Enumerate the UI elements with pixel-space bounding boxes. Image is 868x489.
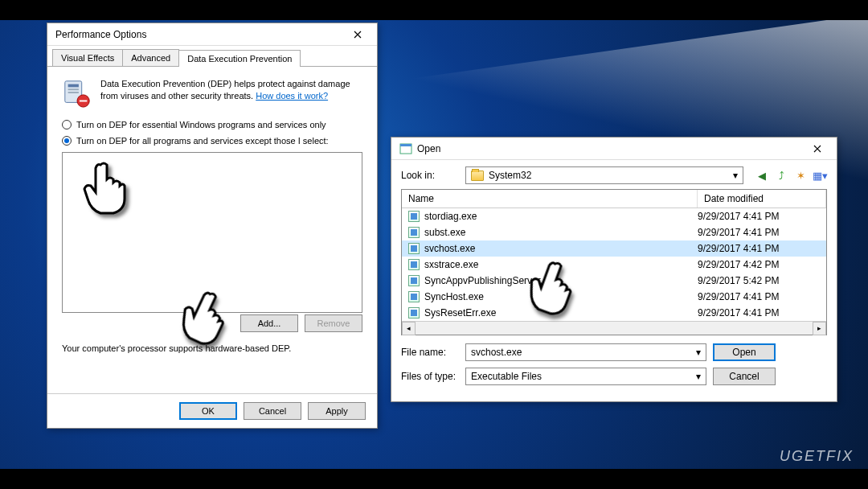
close-button[interactable]: [343, 26, 372, 43]
support-text: Your computer's processor supports hardw…: [62, 343, 362, 353]
svg-rect-1: [68, 84, 79, 88]
app-icon: [399, 142, 412, 155]
file-row[interactable]: svchost.exe9/29/2017 4:41 PM: [402, 240, 826, 257]
file-date: 9/29/2017 5:42 PM: [698, 275, 820, 286]
view-menu-icon[interactable]: ▦▾: [813, 168, 827, 183]
svg-rect-5: [80, 101, 88, 102]
svg-rect-2: [68, 88, 79, 90]
folder-icon: [471, 171, 484, 181]
add-button[interactable]: Add...: [240, 314, 298, 332]
file-name: SysResetErr.exe: [424, 307, 693, 318]
chevron-down-icon: ▾: [733, 170, 738, 181]
chevron-down-icon: ▾: [696, 347, 701, 358]
file-row[interactable]: sxstrace.exe9/29/2017 4:42 PM: [402, 257, 826, 273]
file-name: svchost.exe: [424, 243, 693, 254]
tab-visual-effects[interactable]: Visual Effects: [52, 49, 123, 66]
horizontal-scrollbar[interactable]: ◂ ▸: [402, 321, 826, 335]
filetype-label: Files of type:: [401, 371, 459, 382]
open-dialog: Open Look in: System32 ▾ ◀ ⤴ ✶ ▦▾ Name D…: [391, 137, 837, 402]
tab-dep[interactable]: Data Execution Prevention: [178, 50, 301, 67]
radio-icon: [62, 120, 72, 129]
file-row[interactable]: SyncAppvPublishingServer.exe9/29/2017 5:…: [402, 273, 826, 289]
remove-button: Remove: [305, 314, 362, 332]
exe-icon: [408, 259, 420, 270]
watermark: UGETFIX: [780, 448, 854, 465]
svg-rect-7: [400, 144, 411, 146]
file-date: 9/29/2017 4:41 PM: [698, 227, 820, 238]
back-icon[interactable]: ◀: [755, 168, 769, 183]
tabs: Visual Effects Advanced Data Execution P…: [47, 46, 377, 67]
file-name: SyncAppvPublishingServer.exe: [424, 275, 693, 286]
dep-description: Data Execution Prevention (DEP) helps pr…: [100, 78, 362, 109]
file-row[interactable]: SysResetErr.exe9/29/2017 4:41 PM: [402, 305, 826, 321]
file-name: subst.exe: [424, 227, 693, 238]
chevron-down-icon: ▾: [696, 371, 701, 382]
lookin-value: System32: [489, 170, 531, 181]
radio-all-except[interactable]: Turn on DEP for all programs and service…: [62, 136, 362, 146]
file-date: 9/29/2017 4:42 PM: [698, 259, 820, 270]
svg-rect-3: [68, 92, 79, 93]
window-title: Performance Options: [55, 29, 146, 40]
exe-icon: [408, 227, 420, 238]
scroll-left-icon[interactable]: ◂: [402, 322, 416, 335]
dialog-buttons: OK Cancel Apply: [47, 393, 377, 428]
how-does-it-work-link[interactable]: How does it work?: [256, 91, 328, 101]
exception-listbox[interactable]: [62, 152, 362, 313]
column-name[interactable]: Name: [402, 190, 698, 208]
exe-icon: [408, 243, 420, 254]
apply-button[interactable]: Apply: [308, 402, 366, 420]
performance-options-window: Performance Options Visual Effects Advan…: [47, 23, 378, 429]
dep-panel: Data Execution Prevention (DEP) helps pr…: [47, 67, 377, 393]
filetype-combo[interactable]: Executable Files ▾: [465, 368, 706, 385]
close-icon: [813, 145, 821, 153]
new-folder-icon[interactable]: ✶: [793, 168, 808, 183]
tab-advanced[interactable]: Advanced: [122, 49, 179, 66]
lookin-combo[interactable]: System32 ▾: [465, 166, 743, 184]
exe-icon: [408, 275, 420, 286]
titlebar[interactable]: Open: [391, 138, 837, 160]
lookin-label: Look in:: [401, 170, 459, 181]
exe-icon: [408, 211, 420, 222]
radio-icon: [62, 136, 72, 146]
filename-input[interactable]: svchost.exe ▾: [465, 343, 706, 361]
file-row[interactable]: subst.exe9/29/2017 4:41 PM: [402, 224, 826, 240]
window-title: Open: [417, 143, 440, 154]
file-name: SyncHost.exe: [424, 291, 693, 302]
letterbox: [0, 0, 868, 20]
ok-button[interactable]: OK: [179, 402, 237, 420]
file-name: sxstrace.exe: [424, 259, 693, 270]
file-date: 9/29/2017 4:41 PM: [698, 211, 820, 222]
file-name: stordiag.exe: [424, 211, 693, 222]
scroll-right-icon[interactable]: ▸: [813, 322, 826, 335]
close-icon: [354, 31, 362, 39]
filename-label: File name:: [401, 347, 459, 358]
file-list: Name Date modified stordiag.exe9/29/2017…: [401, 189, 827, 335]
titlebar[interactable]: Performance Options: [47, 23, 377, 46]
file-date: 9/29/2017 4:41 PM: [698, 243, 820, 254]
letterbox: [0, 469, 868, 489]
file-row[interactable]: SyncHost.exe9/29/2017 4:41 PM: [402, 289, 826, 305]
cancel-button[interactable]: Cancel: [713, 368, 776, 385]
dep-shield-icon: [62, 78, 92, 109]
up-one-level-icon[interactable]: ⤴: [774, 168, 788, 183]
close-button[interactable]: [803, 140, 832, 158]
file-row[interactable]: stordiag.exe9/29/2017 4:41 PM: [402, 208, 826, 224]
open-button[interactable]: Open: [713, 343, 776, 361]
cancel-button[interactable]: Cancel: [244, 402, 301, 420]
exe-icon: [408, 291, 420, 302]
file-list-header[interactable]: Name Date modified: [402, 190, 826, 208]
exe-icon: [408, 307, 420, 318]
column-date[interactable]: Date modified: [698, 190, 826, 208]
file-date: 9/29/2017 4:41 PM: [698, 307, 820, 318]
radio-essential-only[interactable]: Turn on DEP for essential Windows progra…: [62, 120, 362, 129]
file-date: 9/29/2017 4:41 PM: [698, 291, 820, 302]
